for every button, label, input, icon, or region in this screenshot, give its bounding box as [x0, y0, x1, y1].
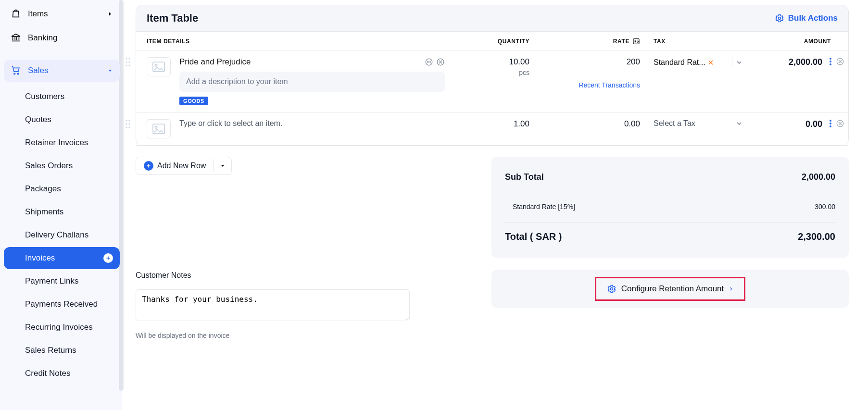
sidebar-sales[interactable]: Sales	[4, 60, 120, 82]
item-row: Type or click to select an item. 1.00 0.…	[136, 112, 848, 146]
tax-cell[interactable]: Select a Tax	[647, 119, 743, 138]
bulk-actions-button[interactable]: Bulk Actions	[775, 13, 838, 23]
subtotal-label: Sub Total	[505, 172, 544, 182]
row-delete-icon[interactable]	[836, 119, 844, 128]
tax-placeholder: Select a Tax	[654, 119, 695, 128]
customer-notes-input[interactable]	[136, 289, 410, 321]
tax-value: Standard Rat...	[654, 58, 705, 67]
drag-handle-icon[interactable]	[125, 56, 132, 68]
sidebar-item-quotes[interactable]: Quotes	[4, 109, 120, 131]
tax-breakdown-value: 300.00	[815, 203, 835, 211]
sales-subitems: Customers Quotes Retainer Invoices Sales…	[4, 86, 120, 385]
total-label: Total ( SAR )	[505, 231, 562, 242]
svg-point-9	[126, 64, 127, 66]
sidebar-item-recurring-invoices[interactable]: Recurring Invoices	[4, 316, 120, 338]
customer-notes-label: Customer Notes	[136, 271, 472, 280]
svg-point-32	[830, 125, 831, 127]
sidebar-item-payments-received[interactable]: Payments Received	[4, 293, 120, 315]
chevron-right-icon	[729, 286, 733, 292]
svg-point-15	[428, 62, 429, 62]
sidebar-item-retainer-invoices[interactable]: Retainer Invoices	[4, 132, 120, 154]
panel-title: Item Table	[147, 12, 198, 25]
svg-point-12	[155, 64, 157, 66]
drag-handle-icon[interactable]	[125, 118, 132, 130]
retention-panel: Configure Retention Amount	[491, 270, 849, 308]
new-invoice-button[interactable]	[103, 253, 113, 263]
sidebar-item-payment-links[interactable]: Payment Links	[4, 270, 120, 292]
item-select-input[interactable]: Type or click to select an item.	[179, 119, 445, 128]
item-table-panel: Item Table Bulk Actions ITEM DETAILS QUA…	[136, 5, 849, 146]
svg-point-24	[126, 123, 127, 124]
clear-tax-icon[interactable]	[707, 59, 714, 66]
item-image-placeholder[interactable]	[147, 57, 171, 76]
panel-header: Item Table Bulk Actions	[136, 5, 848, 32]
svg-point-26	[126, 126, 127, 128]
sidebar-item-delivery-challans[interactable]: Delivery Challans	[4, 224, 120, 246]
rate-settings-icon[interactable]	[632, 37, 640, 45]
sidebar: Items Banking Sales Customers Quotes Re	[0, 0, 122, 410]
quantity-unit: pcs	[445, 69, 529, 76]
sidebar-item-credit-notes[interactable]: Credit Notes	[4, 362, 120, 385]
svg-point-7	[126, 61, 127, 62]
quantity-cell[interactable]: 10.00 pcs	[445, 57, 536, 105]
tax-cell[interactable]: Standard Rat...	[647, 57, 743, 105]
svg-point-22	[126, 120, 127, 121]
sidebar-banking[interactable]: Banking	[4, 27, 120, 49]
svg-point-2	[778, 17, 780, 20]
sidebar-item-shipments[interactable]: Shipments	[4, 201, 120, 223]
col-amount: AMOUNT	[743, 38, 838, 45]
svg-point-31	[830, 123, 831, 124]
svg-point-18	[830, 58, 831, 60]
sidebar-item-sales-returns[interactable]: Sales Returns	[4, 339, 120, 361]
svg-point-8	[128, 61, 130, 62]
svg-point-0	[14, 73, 15, 75]
col-quantity: QUANTITY	[445, 38, 536, 45]
row-delete-icon[interactable]	[836, 57, 844, 66]
svg-point-29	[155, 126, 157, 128]
sidebar-item-customers[interactable]: Customers	[4, 86, 120, 108]
svg-point-1	[17, 73, 19, 75]
svg-point-30	[830, 120, 831, 122]
subtotal-value: 2,000.00	[802, 172, 835, 182]
rate-cell[interactable]: 0.00	[536, 119, 647, 138]
svg-point-14	[427, 62, 428, 62]
svg-point-19	[830, 61, 831, 62]
row-menu-icon[interactable]	[829, 57, 832, 66]
svg-point-5	[126, 58, 127, 59]
rate-cell[interactable]: 200 Recent Transactions	[536, 57, 647, 105]
gear-icon	[607, 284, 616, 294]
tax-breakdown-label: Standard Rate [15%]	[513, 203, 575, 211]
col-rate: RATE	[536, 37, 647, 45]
chevron-right-icon	[107, 11, 113, 17]
add-row-dropdown[interactable]	[214, 159, 231, 173]
item-description-input[interactable]: Add a description to your item	[179, 72, 445, 92]
svg-point-20	[830, 63, 831, 65]
add-new-row: Add New Row	[136, 157, 232, 175]
add-new-row-button[interactable]: Add New Row	[136, 157, 214, 174]
totals-panel: Sub Total 2,000.00 Standard Rate [15%] 3…	[491, 157, 849, 258]
svg-point-6	[128, 58, 130, 59]
goods-badge: GOODS	[179, 97, 208, 105]
row-menu-icon[interactable]	[829, 119, 832, 128]
more-icon[interactable]	[425, 58, 433, 66]
tax-dropdown-icon[interactable]	[735, 59, 743, 66]
chevron-down-icon	[107, 68, 113, 74]
main-content: Item Table Bulk Actions ITEM DETAILS QUA…	[122, 0, 868, 410]
item-image-placeholder[interactable]	[147, 119, 171, 138]
item-name[interactable]: Pride and Prejudice	[179, 57, 251, 67]
sidebar-item-sales-orders[interactable]: Sales Orders	[4, 155, 120, 177]
sidebar-item-packages[interactable]: Packages	[4, 178, 120, 200]
bulk-actions-label: Bulk Actions	[788, 13, 838, 23]
svg-point-27	[128, 126, 130, 128]
sidebar-banking-label: Banking	[28, 33, 57, 43]
tax-dropdown-icon[interactable]	[735, 120, 743, 127]
configure-retention-button[interactable]: Configure Retention Amount	[595, 277, 746, 301]
remove-item-icon[interactable]	[436, 58, 445, 66]
quantity-cell[interactable]: 1.00	[445, 119, 536, 138]
sidebar-item-invoices[interactable]: Invoices	[4, 247, 120, 269]
sidebar-items[interactable]: Items	[4, 3, 120, 25]
gear-icon	[775, 13, 784, 23]
recent-transactions-link[interactable]: Recent Transactions	[536, 81, 640, 89]
amount-cell: 2,000.00	[743, 57, 848, 105]
sidebar-items-label: Items	[28, 9, 48, 19]
